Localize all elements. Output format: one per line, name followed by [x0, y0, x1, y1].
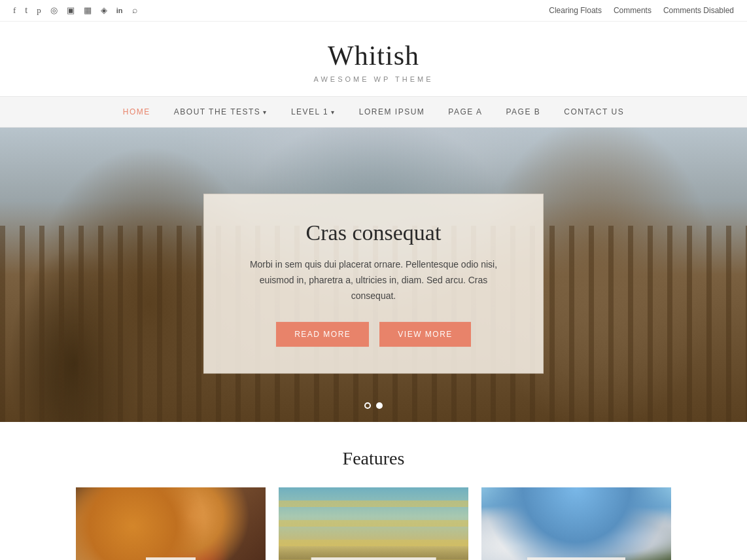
hero-buttons: Read More View More	[243, 322, 504, 347]
slider-dots	[364, 402, 383, 409]
hero-slider: Cras consequat Morbi in sem quis dui pla…	[0, 128, 747, 422]
nav-item-pageb[interactable]: Page B	[494, 97, 552, 127]
hero-title: Cras consequat	[243, 220, 504, 245]
features-title: Features	[65, 448, 682, 469]
comments-link[interactable]: Comments	[614, 6, 651, 15]
twitter-icon[interactable]: t	[25, 5, 27, 16]
feature-card-clearing-floats[interactable]: Clearing Floats	[481, 487, 671, 560]
chevron-down-icon: ▾	[263, 109, 268, 116]
slider-dot-2[interactable]	[376, 402, 383, 409]
feature-image-mountains	[481, 487, 671, 560]
site-header: Whitish Awesome WP Theme	[0, 22, 747, 96]
pinterest-icon[interactable]: p	[37, 5, 41, 16]
feature-label-clearing-floats: Clearing Floats	[527, 557, 625, 560]
nav-item-home[interactable]: Home	[111, 97, 162, 127]
feature-label-pagea: Page A	[146, 557, 196, 560]
site-tagline: Awesome WP Theme	[13, 75, 734, 83]
features-grid: Page A Page Image Alignment Clearing Flo…	[65, 487, 682, 560]
main-nav: Home About The Tests ▾ Level 1 ▾ Lorem I…	[0, 96, 747, 128]
nav-item-about[interactable]: About The Tests ▾	[162, 97, 279, 127]
feature-label-image-alignment: Page Image Alignment	[311, 557, 436, 560]
feature-image-road	[279, 487, 468, 560]
nav-item-level1[interactable]: Level 1 ▾	[279, 97, 347, 127]
hero-card: Cras consequat Morbi in sem quis dui pla…	[203, 194, 544, 374]
features-section: Features Page A Page Image Alignment Cle…	[0, 422, 747, 560]
feature-image-food	[76, 487, 266, 560]
dribbble-icon[interactable]: ◎	[50, 5, 58, 16]
feature-card-pagea[interactable]: Page A	[76, 487, 266, 560]
nav-item-pagea[interactable]: Page A	[436, 97, 494, 127]
comments-disabled-link[interactable]: Comments Disabled	[663, 6, 734, 15]
slider-dot-1[interactable]	[364, 402, 371, 409]
site-title: Whitish	[13, 40, 734, 71]
view-more-button[interactable]: View More	[379, 322, 471, 347]
top-nav: Clearing Floats Comments Comments Disabl…	[549, 6, 734, 15]
nav-item-lorem[interactable]: Lorem Ipsum	[347, 97, 437, 127]
instagram-icon[interactable]: ▣	[67, 5, 75, 16]
vimeo-icon[interactable]: ▦	[84, 5, 92, 16]
nav-item-contact[interactable]: Contact Us	[552, 97, 636, 127]
top-bar: f t p ◎ ▣ ▦ ◈ in ⌕ Clearing Floats Comme…	[0, 0, 747, 22]
clearing-floats-link[interactable]: Clearing Floats	[549, 6, 602, 15]
read-more-button[interactable]: Read More	[276, 322, 369, 347]
facebook-icon[interactable]: f	[13, 5, 16, 16]
hero-description: Morbi in sem quis dui placerat ornare. P…	[243, 257, 504, 304]
social-icons: f t p ◎ ▣ ▦ ◈ in ⌕	[13, 5, 137, 16]
linkedin-icon[interactable]: in	[116, 7, 123, 14]
chevron-down-icon: ▾	[331, 109, 336, 116]
search-icon[interactable]: ⌕	[132, 5, 137, 16]
deviantart-icon[interactable]: ◈	[101, 5, 107, 16]
feature-card-image-alignment[interactable]: Page Image Alignment	[279, 487, 468, 560]
